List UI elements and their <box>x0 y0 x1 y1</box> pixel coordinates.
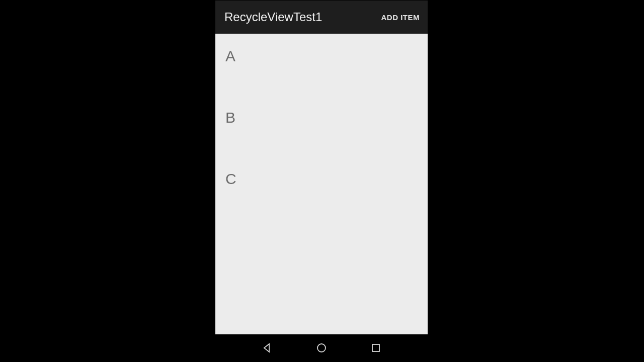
back-icon <box>262 343 272 353</box>
app-title: RecycleViewTest1 <box>224 10 322 24</box>
device-frame: RecycleViewTest1 ADD ITEM A B C <box>215 1 428 361</box>
back-button[interactable] <box>262 342 273 353</box>
add-item-button[interactable]: ADD ITEM <box>379 9 422 26</box>
home-button[interactable] <box>316 342 327 353</box>
list-item-label: A <box>225 48 235 64</box>
list-item-label: B <box>225 109 235 126</box>
list-item-label: C <box>225 170 236 187</box>
content-area[interactable]: A B C <box>215 34 428 334</box>
svg-point-0 <box>317 344 326 352</box>
recent-icon <box>371 343 381 353</box>
app-bar: RecycleViewTest1 ADD ITEM <box>215 1 428 34</box>
list-item[interactable]: B <box>215 95 428 156</box>
navigation-bar <box>215 334 428 361</box>
recent-apps-button[interactable] <box>370 342 381 353</box>
home-icon <box>316 342 327 353</box>
list-item[interactable]: A <box>215 34 428 95</box>
list-item[interactable]: C <box>215 156 428 218</box>
svg-rect-1 <box>372 344 379 351</box>
